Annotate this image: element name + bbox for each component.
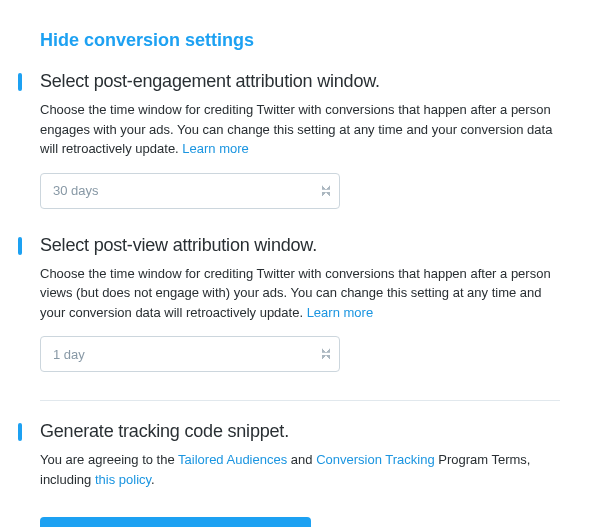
generate-title: Generate tracking code snippet. xyxy=(40,421,560,442)
post-view-section: Select post-view attribution window. Cho… xyxy=(40,235,560,373)
post-view-desc-text: Choose the time window for crediting Twi… xyxy=(40,266,551,320)
divider xyxy=(40,400,560,401)
post-view-select-wrap: 1 day xyxy=(40,336,340,372)
post-engagement-desc-text: Choose the time window for crediting Twi… xyxy=(40,102,552,156)
post-engagement-title: Select post-engagement attribution windo… xyxy=(40,71,560,92)
post-engagement-desc: Choose the time window for crediting Twi… xyxy=(40,100,560,159)
generate-section: Generate tracking code snippet. You are … xyxy=(40,421,560,527)
learn-more-link[interactable]: Learn more xyxy=(182,141,248,156)
post-engagement-select[interactable]: 30 days xyxy=(40,173,340,209)
post-view-select[interactable]: 1 day xyxy=(40,336,340,372)
post-engagement-select-wrap: 30 days xyxy=(40,173,340,209)
tailored-audiences-link[interactable]: Tailored Audiences xyxy=(178,452,287,467)
save-tag-button[interactable]: Save tag and generate code snippet xyxy=(40,517,311,527)
hide-conversion-settings-link[interactable]: Hide conversion settings xyxy=(40,30,560,51)
post-engagement-section: Select post-engagement attribution windo… xyxy=(40,71,560,209)
post-view-desc: Choose the time window for crediting Twi… xyxy=(40,264,560,323)
agree-and: and xyxy=(287,452,316,467)
generate-desc: You are agreeing to the Tailored Audienc… xyxy=(40,450,560,489)
agree-prefix: You are agreeing to the xyxy=(40,452,178,467)
conversion-tracking-link[interactable]: Conversion Tracking xyxy=(316,452,435,467)
learn-more-link[interactable]: Learn more xyxy=(307,305,373,320)
agree-suffix: . xyxy=(151,472,155,487)
this-policy-link[interactable]: this policy xyxy=(95,472,151,487)
post-view-title: Select post-view attribution window. xyxy=(40,235,560,256)
